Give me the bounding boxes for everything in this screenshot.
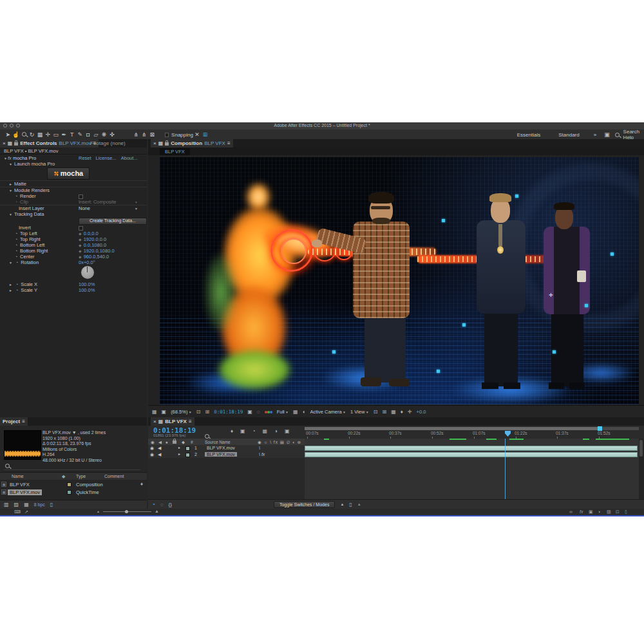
audio-icon[interactable]: ◀	[158, 452, 161, 457]
effect-row-insert-layer[interactable]: Insert Layer None	[0, 205, 147, 211]
effect-row-scale-x[interactable]: ► ◔ Scale X 100.0%	[0, 281, 147, 287]
license-link[interactable]: License...	[96, 155, 117, 161]
timeline-zoom-slider[interactable]	[103, 511, 151, 512]
zoom-out-mountain-icon[interactable]: ▲	[357, 502, 361, 506]
panel-menu-icon[interactable]: ≡	[22, 419, 25, 424]
cc-libraries-icon[interactable]: ▣	[603, 131, 611, 138]
effect-row-center[interactable]: ◔ Center ◈960.0,540.0	[0, 254, 147, 260]
current-time-indicator[interactable]	[505, 431, 511, 437]
tab-footage[interactable]: Footage (none)	[90, 140, 126, 146]
shape-tool-icon[interactable]: ▭	[52, 131, 60, 138]
main-view-icon[interactable]: ▣	[162, 409, 167, 415]
channels-icon[interactable]	[265, 409, 272, 415]
layer-color-chip[interactable]	[185, 446, 190, 451]
safe-margins-icon[interactable]: ⊞	[205, 409, 209, 415]
switches-column-icons[interactable]: ◉ ☼ \ fx ▤ ∅ ◐ ⊛	[258, 440, 301, 445]
graph-toggle-icon[interactable]: {}	[169, 502, 172, 507]
scale-x-value[interactable]: 100.0%	[79, 281, 95, 287]
reset-link[interactable]: Reset	[79, 155, 91, 161]
share-icon[interactable]: ↗	[24, 509, 28, 515]
viewer-tab-blp-vfx[interactable]: BLP VFX	[160, 148, 190, 155]
layer-switches[interactable]: \	[259, 446, 260, 450]
time-ruler[interactable]: 00:07s 00:22s 00:37s 00:52s 01:07s 01:22…	[305, 426, 639, 439]
effect-row-rotation[interactable]: ▼ ◔ Rotation 0x+0.0°	[0, 260, 147, 265]
twirl-closed-icon[interactable]: ►	[8, 288, 13, 294]
comp-mini-flowchart-icon[interactable]: ♦	[231, 428, 233, 434]
stopwatch-icon[interactable]: ◔	[14, 242, 19, 248]
stopwatch-icon[interactable]: ◔	[14, 287, 19, 293]
close-icon[interactable]: ×	[3, 140, 6, 146]
puppet-pin-tool-icon[interactable]: ✜	[108, 131, 116, 138]
selection-tool-icon[interactable]: ➤	[4, 131, 12, 138]
label-column-icon[interactable]: ◆	[182, 440, 185, 445]
layer-name[interactable]: BLP VFX.mov	[205, 452, 237, 457]
render-checkbox[interactable]	[79, 194, 83, 199]
trash-icon[interactable]: ▯	[349, 502, 352, 507]
tab-timeline-blp-vfx[interactable]: × ▦ BLP VFX ≡	[151, 417, 194, 426]
number-column[interactable]: #	[191, 440, 193, 444]
mask-icon[interactable]: ▣	[589, 509, 593, 515]
tab-project[interactable]: Project ≡	[0, 417, 28, 426]
tab-effect-controls[interactable]: × ▦ Effect Controls BLP VFX.mov ≡	[0, 139, 99, 147]
motion-blur-icon[interactable]: ◑	[274, 428, 278, 434]
effect-row-top-right[interactable]: ◔ Top Right ◈1920.0,0.0	[0, 236, 147, 242]
draft-3d-icon[interactable]: ▣	[240, 428, 245, 434]
composition-video-frame[interactable]: ✛	[160, 157, 639, 404]
rotate-tool-icon[interactable]: ↻	[28, 131, 35, 138]
zoom-out-icon[interactable]: ▲	[97, 509, 100, 513]
point-icon[interactable]: ◈	[79, 249, 82, 253]
adjustment-layer-icon[interactable]: ◑	[598, 509, 600, 514]
scale-y-value[interactable]: 100.0%	[79, 287, 95, 293]
hide-shy-icon[interactable]: ◔	[252, 428, 256, 434]
brush-tool-icon[interactable]: ✎	[76, 131, 84, 138]
project-item-row[interactable]: ▦ BLP VFX.mov QuickTime	[0, 489, 147, 496]
layer-bar-2[interactable]	[305, 452, 638, 457]
point-icon[interactable]: ◈	[79, 238, 82, 242]
effect-row-scale-y[interactable]: ► ◔ Scale Y 100.0%	[0, 287, 147, 293]
center-value[interactable]: 960.0,540.0	[84, 254, 109, 260]
effect-row-clip[interactable]: ◔ Clip Insert: Composite	[0, 199, 147, 205]
point-icon[interactable]: ◈	[79, 232, 82, 236]
column-type[interactable]: Type	[76, 474, 86, 478]
audio-column-icon[interactable]: ◀	[158, 440, 162, 445]
close-icon[interactable]: ×	[153, 140, 156, 146]
item-name[interactable]: BLP VFX	[8, 482, 32, 488]
close-icon[interactable]: ×	[153, 419, 156, 424]
workspace-standard[interactable]: Standard	[558, 132, 579, 138]
world-axis-icon[interactable]: ⋔	[140, 131, 148, 138]
transparency-grid-icon[interactable]: ◐	[303, 409, 306, 415]
snap-options-icon[interactable]: ✕	[193, 131, 201, 138]
eraser-tool-icon[interactable]: ▱	[92, 131, 100, 138]
stopwatch-icon[interactable]: ◔	[14, 231, 19, 236]
rotation-value[interactable]: 0x+0.0°	[79, 260, 95, 265]
project-bpc-button[interactable]: 8 bpc	[34, 502, 45, 507]
workspace-essentials[interactable]: Essentials	[517, 132, 540, 138]
work-area-active[interactable]	[305, 427, 599, 430]
shy-toggle-icon[interactable]: ◔	[152, 502, 155, 507]
hand-tool-icon[interactable]: ☝	[12, 131, 19, 138]
new-composition-icon[interactable]: ▦	[24, 502, 29, 507]
flowchart-icon[interactable]: ♦	[401, 409, 403, 415]
twirl-closed-icon[interactable]: ►	[178, 452, 181, 456]
stopwatch-icon[interactable]: ◔	[14, 193, 19, 199]
layer-name[interactable]: BLP VFX.mov	[205, 446, 237, 450]
stopwatch-icon[interactable]: ◔	[14, 254, 19, 260]
stopwatch-icon[interactable]: ◔	[14, 260, 19, 265]
pen-tool-icon[interactable]: ✒	[60, 131, 68, 138]
column-comment[interactable]: Comment	[104, 474, 124, 478]
point-icon[interactable]: ◈	[79, 255, 82, 259]
effect-row-top-left[interactable]: ◔ Top Left ◈0.0,0.0	[0, 231, 147, 236]
flowchart-mini-icon[interactable]: ♦	[140, 481, 143, 487]
parent-link-icon[interactable]: ∞	[569, 509, 573, 514]
search-help-icon[interactable]	[615, 131, 620, 138]
always-preview-icon[interactable]: ▦	[152, 409, 157, 415]
resolution-dropdown[interactable]: Full	[277, 409, 289, 415]
point-icon[interactable]: ◈	[79, 243, 82, 247]
trash-icon[interactable]: ▯	[50, 502, 53, 507]
top-right-value[interactable]: 1920.0,0.0	[84, 236, 106, 242]
twirl-closed-icon[interactable]: ►	[178, 446, 181, 450]
effect-row-mocha-pro[interactable]: ▼fx mocha Pro ResetLicense...About...	[0, 155, 147, 161]
top-left-value[interactable]: 0.0,0.0	[84, 231, 99, 236]
trash-icon[interactable]: ▯	[625, 509, 627, 515]
audio-icon[interactable]: ◀	[158, 446, 161, 451]
